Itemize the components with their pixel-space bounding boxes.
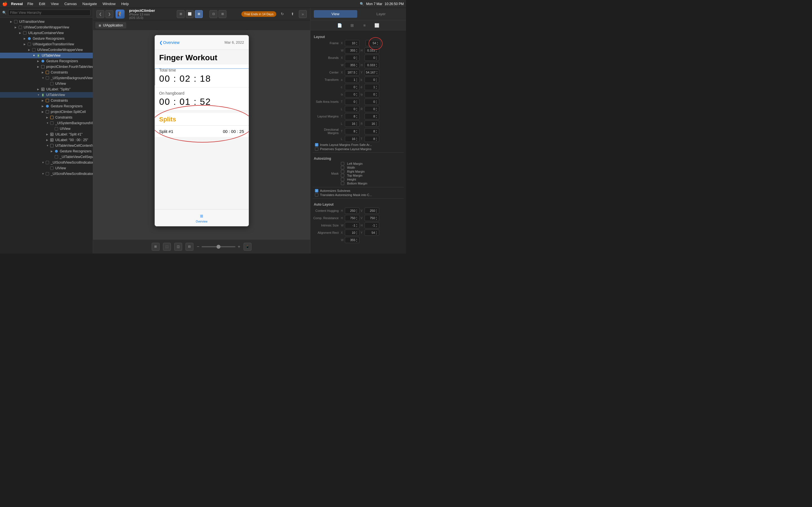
inspector-tab-view[interactable]: View (314, 10, 357, 18)
tree-item-gesture3[interactable]: ▶ Gesture Recognizers (0, 103, 93, 109)
more-button[interactable]: » (299, 10, 307, 18)
tree-item-constraints3[interactable]: ▶ Constraints (0, 115, 93, 120)
zoom-to-fit[interactable]: ⊞ (152, 243, 160, 251)
preserves-superview-checkbox[interactable] (315, 147, 318, 151)
menu-window[interactable]: Window (100, 1, 118, 6)
safearea-t-field[interactable]: 0 ▲▼ (345, 99, 359, 105)
tree-item-gesture4[interactable]: ▶ Gesture Recognizers (0, 149, 93, 154)
transform-b-field[interactable]: 0 ▲▼ (364, 76, 379, 83)
transform-a-field[interactable]: 1 ▲▼ (345, 76, 359, 83)
screenshot-btn[interactable]: 📱 (244, 243, 252, 251)
tree-item-sysbg1[interactable]: ▼ _UISystemBackgroundView (0, 75, 93, 81)
menu-navigate[interactable]: Navigate (80, 1, 99, 6)
cr-h-field[interactable]: 750 ▲▼ (345, 215, 359, 221)
tree-item-cellcontent[interactable]: ▼ UITableViewCellContentView (0, 143, 93, 149)
inspector-icon-rect[interactable]: ⬜ (373, 21, 381, 29)
ch-h-field[interactable]: 250 ▲▼ (345, 208, 359, 214)
app-name[interactable]: Reveal (11, 2, 23, 6)
lm-t-field[interactable]: 8 ▲▼ (345, 113, 359, 119)
tree-item-uivcwrapper2[interactable]: ▶ UIViewControllerWrapperView (0, 47, 93, 53)
frame-y-up[interactable]: ▲ (376, 41, 379, 43)
insets-margins-checkbox[interactable] (315, 143, 318, 147)
canvas-tab-uiapplication[interactable]: ⊞ UIApplication (95, 22, 126, 29)
tree-item-label-split1[interactable]: ▶ L UILabel: "Split #1" (0, 131, 93, 137)
tree-item-constraints2[interactable]: ▶ Constraints (0, 98, 93, 103)
bounds-h-field[interactable]: 0.333 ▲▼ (364, 62, 379, 68)
view-mode-list[interactable]: ⊠ (195, 10, 203, 18)
height-checkbox[interactable] (341, 178, 344, 181)
tree-item-fourthcell[interactable]: ▶ projectClimber.FourthTableViewCell (0, 64, 93, 69)
zoom-thumb[interactable] (216, 245, 220, 249)
frame-x-stepper[interactable]: ▲ ▼ (355, 41, 358, 45)
frame-y-down[interactable]: ▼ (376, 43, 379, 45)
view-mode-2d[interactable]: ⊞ (177, 10, 185, 18)
tree-item-scrollindicator1[interactable]: ▼ _UIScrollViewScrollIndicator (0, 160, 93, 165)
view-btn4[interactable]: ⊟ (186, 243, 193, 251)
transform-ty-field[interactable]: 0 ▲▼ (364, 91, 379, 98)
view-right2[interactable]: ⊞ (218, 10, 226, 18)
ar-x-field[interactable]: 10 ▲▼ (345, 230, 359, 236)
tree-item-splitcell[interactable]: ▶ projectClimber.SplitCell (0, 109, 93, 115)
safearea-l-field[interactable]: 0 ▲▼ (345, 106, 359, 112)
transform-tx-field[interactable]: 0 ▲▼ (345, 91, 359, 98)
tree-item-navtransition[interactable]: ▶ UINavigationTransitionView (0, 41, 93, 47)
bottom-margin-checkbox[interactable] (341, 182, 344, 185)
inspector-icon-list[interactable]: ≡ (361, 21, 368, 29)
ar-y-field[interactable]: 54 ▲▼ (364, 230, 379, 236)
frame-x-field[interactable]: 10 ▲ ▼ (345, 40, 359, 46)
search-input[interactable] (8, 10, 91, 16)
zoom-track[interactable] (202, 246, 236, 247)
frame-y-field[interactable]: 54 ▲ ▼ (366, 40, 380, 46)
menu-canvas[interactable]: Canvas (62, 1, 79, 6)
frame-h-field[interactable]: 0.333 ▲ ▼ (364, 47, 379, 54)
tree-item-uitableview1[interactable]: ▼ ≡ UITableView (0, 53, 93, 58)
cr-v-field[interactable]: 750 ▲▼ (364, 215, 379, 221)
lm-r-field[interactable]: 16 ▲▼ (364, 121, 379, 127)
phone-back-button[interactable]: ❮ Overview (159, 40, 180, 45)
inspector-tab-layer[interactable]: Layer (359, 10, 403, 18)
view-mode-3d[interactable]: ⬜ (186, 10, 194, 18)
back-button[interactable]: ❮ (96, 10, 104, 18)
center-y-field[interactable]: 54.167 ▲▼ (364, 69, 379, 75)
tree-item-uilayout[interactable]: ▶ UILayoutContainerView (0, 30, 93, 36)
tree-item-separator[interactable]: _UITableViewCellSeparatorView (0, 154, 93, 160)
menu-help[interactable]: Help (119, 1, 131, 6)
dm-b-field[interactable]: 8 ▲▼ (364, 128, 379, 134)
tree-item-label-time[interactable]: ▶ L UILabel: "00 : 00 : 25" (0, 137, 93, 143)
dm-t-field[interactable]: 8 ▲▼ (345, 128, 359, 134)
tree-item-uiview2[interactable]: UIView (0, 126, 93, 131)
ch-v-field[interactable]: 250 ▲▼ (364, 208, 379, 214)
lm-l-field[interactable]: 16 ▲▼ (345, 121, 359, 127)
tree-item-uiview3[interactable]: UIView (0, 165, 93, 171)
menu-view[interactable]: View (49, 1, 61, 6)
tree-item-uitableview2[interactable]: ▼ ≡ UITableView (0, 92, 93, 98)
is-h-field[interactable]: -1 ▲▼ (364, 222, 379, 228)
forward-button[interactable]: ❯ (105, 10, 113, 18)
frame-h-stepper[interactable]: ▲ ▼ (375, 48, 378, 53)
bounds-x-field[interactable]: 0 ▲▼ (345, 55, 359, 61)
tree-item-sysbg2[interactable]: ▼ _UISystemBackgroundView (0, 120, 93, 126)
inspector-icon-table[interactable]: ⊞ (348, 21, 356, 29)
share-button[interactable]: ⬆ (289, 10, 297, 18)
ar-w-field[interactable]: 355 ▲▼ (345, 237, 359, 243)
tab-bar-overview[interactable]: ≡ Overview (196, 213, 207, 223)
apple-menu[interactable]: 🍎 (2, 1, 8, 6)
width-checkbox[interactable] (341, 166, 344, 169)
transform-c-field[interactable]: 0 ▲▼ (345, 84, 359, 90)
bounds-w-field[interactable]: 355 ▲▼ (345, 62, 359, 68)
autoresizes-checkbox[interactable] (315, 189, 318, 192)
tree-item-uiview1[interactable]: UIView (0, 81, 93, 87)
dm-t2-field[interactable]: 8 ▲▼ (364, 136, 379, 142)
tree-item-uivcwrapper1[interactable]: ▶ UIViewControllerWrapperView (0, 24, 93, 30)
menu-edit[interactable]: Edit (37, 1, 47, 6)
frame-x-up[interactable]: ▲ (355, 41, 358, 43)
tree-item-label-splits[interactable]: ▶ L UILabel: "Splits" (0, 87, 93, 92)
dm-l-field[interactable]: 16 ▲▼ (345, 136, 359, 142)
right-margin-checkbox[interactable] (341, 170, 344, 173)
view-right1[interactable]: ⊡ (209, 10, 217, 18)
frame-x-down[interactable]: ▼ (355, 43, 358, 45)
view-btn3[interactable]: ◫ (174, 243, 182, 251)
top-margin-checkbox[interactable] (341, 174, 344, 177)
safearea-r-field[interactable]: 0 ▲▼ (364, 106, 379, 112)
translates-checkbox[interactable] (315, 193, 318, 196)
